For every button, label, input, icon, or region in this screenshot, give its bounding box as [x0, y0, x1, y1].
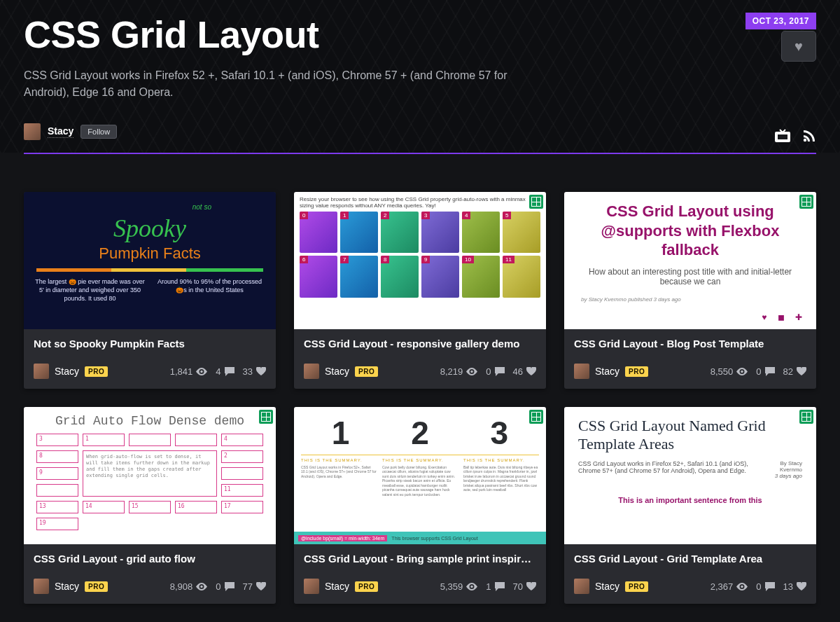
pen-thumbnail[interactable]: not soSpookyPumpkin FactsThe largest 🎃 p…: [24, 192, 276, 329]
pen-author[interactable]: Stacy: [55, 581, 79, 592]
heart-icon: [797, 367, 806, 375]
comments-stat[interactable]: 0: [216, 581, 234, 592]
comments-stat[interactable]: 1: [486, 581, 504, 592]
loves-stat[interactable]: 82: [783, 366, 806, 377]
love-collection-button[interactable]: ♥: [781, 31, 816, 62]
comment-icon: [495, 367, 505, 376]
pen-thumbnail[interactable]: CSS Grid Layout using @supports with Fle…: [564, 192, 816, 329]
pen-author[interactable]: Stacy: [55, 366, 79, 377]
svg-point-7: [471, 585, 473, 587]
svg-point-6: [201, 585, 203, 587]
pen-thumbnail[interactable]: CSS Grid Layout Named Grid Template Area…: [564, 407, 816, 544]
loves-stat[interactable]: 13: [783, 581, 806, 592]
pen-author[interactable]: Stacy: [325, 581, 349, 592]
loves-stat[interactable]: 33: [243, 366, 266, 377]
views-stat[interactable]: 8,219: [440, 366, 478, 377]
comment-icon: [225, 367, 234, 376]
grid-icon: [799, 410, 813, 424]
author-avatar[interactable]: [574, 579, 589, 594]
pen-title[interactable]: Not so Spooky Pumpkin Facts: [34, 338, 266, 350]
svg-point-3: [201, 370, 203, 372]
heart-icon: ♥: [794, 39, 803, 55]
comment-icon: [765, 367, 775, 376]
rss-icon[interactable]: [802, 129, 816, 143]
views-stat[interactable]: 8,908: [170, 581, 208, 592]
pen-author[interactable]: Stacy: [595, 581, 620, 592]
pro-badge: PRO: [625, 366, 648, 377]
loves-stat[interactable]: 70: [513, 581, 536, 592]
pen-card: 123THIS IS THE SUMMARY.CSS Grid Layout w…: [294, 407, 546, 604]
author-avatar[interactable]: [34, 579, 49, 594]
pen-title[interactable]: CSS Grid Layout - grid auto flow: [34, 553, 266, 565]
pro-badge: PRO: [355, 366, 378, 377]
tv-mode-icon[interactable]: [774, 129, 791, 143]
pen-card: CSS Grid Layout Named Grid Template Area…: [564, 407, 816, 604]
pro-badge: PRO: [85, 366, 108, 377]
pen-thumbnail[interactable]: Resize your browser to see how using the…: [294, 192, 546, 329]
heart-icon: [526, 367, 536, 375]
heart-icon: [797, 582, 806, 590]
pen-title[interactable]: CSS Grid Layout - Grid Template Area: [574, 553, 806, 565]
pen-title[interactable]: CSS Grid Layout - Bring sample print ins…: [304, 553, 536, 565]
svg-point-8: [741, 585, 743, 587]
pen-title[interactable]: CSS Grid Layout - Blog Post Template: [574, 338, 806, 350]
comment-icon: [495, 582, 505, 591]
pro-badge: PRO: [625, 581, 648, 592]
grid-icon: [529, 195, 543, 209]
eye-icon: [466, 368, 477, 375]
eye-icon: [466, 583, 477, 590]
heart-icon: [256, 367, 266, 375]
svg-point-4: [471, 370, 473, 372]
author-avatar[interactable]: [304, 579, 319, 594]
follow-button[interactable]: Follow: [80, 125, 117, 139]
eye-icon: [736, 583, 748, 590]
svg-point-5: [741, 370, 743, 372]
collection-hero: OCT 23, 2017 ♥ CSS Grid Layout CSS Grid …: [0, 0, 840, 153]
pen-card: Grid Auto Flow Dense demo31482When grid-…: [24, 407, 276, 604]
loves-stat[interactable]: 46: [513, 366, 536, 377]
comment-icon: [225, 582, 234, 591]
pen-thumbnail[interactable]: Grid Auto Flow Dense demo31482When grid-…: [24, 407, 276, 544]
collection-title: CSS Grid Layout: [24, 13, 816, 56]
pen-card: CSS Grid Layout using @supports with Fle…: [564, 192, 816, 389]
pro-badge: PRO: [85, 581, 108, 592]
heart-icon: [526, 582, 536, 590]
eye-icon: [196, 583, 207, 590]
author-avatar[interactable]: [24, 123, 41, 140]
comments-stat[interactable]: 0: [756, 366, 774, 377]
pen-title[interactable]: CSS Grid Layout - responsive gallery dem…: [304, 338, 536, 350]
comment-icon: [765, 582, 775, 591]
eye-icon: [736, 368, 748, 375]
views-stat[interactable]: 1,841: [170, 366, 208, 377]
pen-grid: not soSpookyPumpkin FactsThe largest 🎃 p…: [0, 192, 840, 622]
grid-icon: [259, 410, 273, 424]
svg-rect-1: [777, 134, 788, 140]
comments-stat[interactable]: 0: [756, 581, 774, 592]
grid-icon: [529, 410, 543, 424]
pen-card: Resize your browser to see how using the…: [294, 192, 546, 389]
pen-author[interactable]: Stacy: [325, 366, 349, 377]
pro-badge: PRO: [355, 581, 378, 592]
svg-point-2: [804, 139, 806, 141]
author-link[interactable]: Stacy: [48, 125, 74, 138]
pen-author[interactable]: Stacy: [595, 366, 620, 377]
author-avatar[interactable]: [34, 364, 49, 379]
loves-stat[interactable]: 77: [243, 581, 266, 592]
pen-thumbnail[interactable]: 123THIS IS THE SUMMARY.CSS Grid Layout w…: [294, 407, 546, 544]
views-stat[interactable]: 8,550: [710, 366, 748, 377]
views-stat[interactable]: 5,359: [440, 581, 478, 592]
views-stat[interactable]: 2,367: [710, 581, 748, 592]
collection-description: CSS Grid Layout works in Firefox 52 +, S…: [24, 67, 542, 101]
pen-card: not soSpookyPumpkin FactsThe largest 🎃 p…: [24, 192, 276, 389]
date-badge: OCT 23, 2017: [746, 13, 816, 29]
heart-icon: [256, 582, 266, 590]
grid-icon: [799, 195, 813, 209]
comments-stat[interactable]: 0: [486, 366, 504, 377]
eye-icon: [196, 368, 207, 375]
author-avatar[interactable]: [304, 364, 319, 379]
comments-stat[interactable]: 4: [216, 366, 234, 377]
author-avatar[interactable]: [574, 364, 589, 379]
